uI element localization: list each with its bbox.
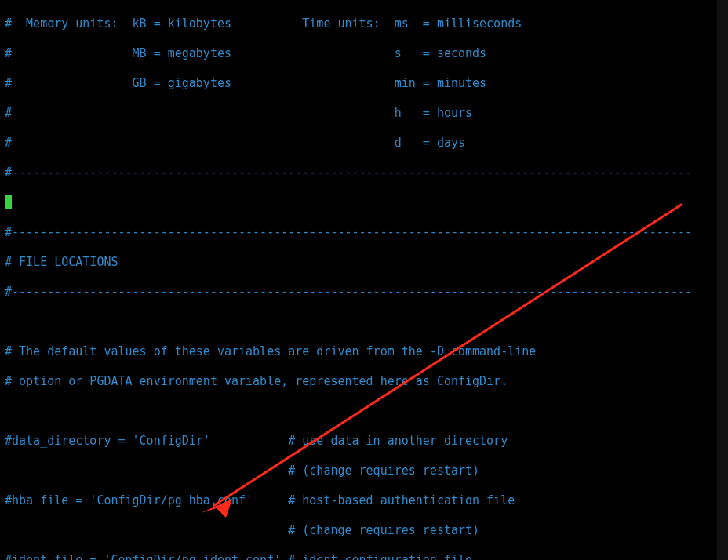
config-line — [5, 315, 712, 329]
config-line: # (change requires restart) — [5, 464, 712, 478]
config-line: # Memory units: kB = kilobytes Time unit… — [5, 16, 712, 31]
config-line: # The default values of these variables … — [5, 344, 712, 359]
config-line: # h = hours — [5, 106, 712, 121]
text-cursor — [5, 195, 12, 209]
config-line: #ident_file = 'ConfigDir/pg_ident.conf' … — [5, 553, 712, 560]
section-heading: # FILE LOCATIONS — [5, 255, 712, 270]
terminal-viewport[interactable]: # Memory units: kB = kilobytes Time unit… — [0, 0, 728, 560]
config-line: # MB = megabytes s = seconds — [5, 46, 712, 61]
config-line: #---------------------------------------… — [5, 285, 712, 300]
config-line: # (change requires restart) — [5, 523, 712, 538]
config-line: # d = days — [5, 136, 712, 151]
config-line: #hba_file = 'ConfigDir/pg_hba.conf' # ho… — [5, 493, 712, 508]
config-line: #---------------------------------------… — [5, 225, 712, 240]
cursor-line — [5, 195, 712, 210]
config-line: # GB = gigabytes min = minutes — [5, 76, 712, 91]
config-line: #data_directory = 'ConfigDir' # use data… — [5, 434, 712, 449]
config-line — [5, 404, 712, 419]
config-line: # option or PGDATA environment variable,… — [5, 374, 712, 389]
config-line: #---------------------------------------… — [5, 165, 712, 180]
